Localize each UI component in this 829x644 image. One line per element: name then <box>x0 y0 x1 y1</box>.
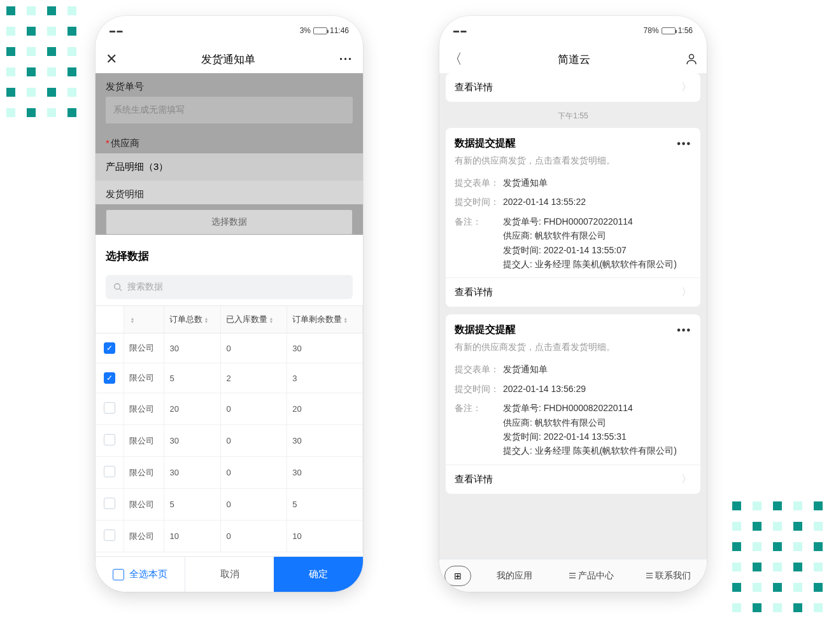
select-all-checkbox[interactable] <box>113 569 124 580</box>
table-row[interactable]: 限公司 30 0 30 <box>96 425 363 457</box>
shipment-id-input[interactable]: 系统生成无需填写 <box>106 97 353 123</box>
more-icon[interactable]: ··· <box>339 53 353 66</box>
cell-company: 限公司 <box>124 363 164 393</box>
cell-total: 30 <box>164 425 221 457</box>
keyboard-icon[interactable]: ⊞ <box>444 566 471 586</box>
peek-card[interactable]: 查看详情 〉 <box>446 73 700 102</box>
chevron-right-icon: 〉 <box>681 473 691 486</box>
row-checkbox[interactable]: ✓ <box>104 342 115 354</box>
col-remaining[interactable]: 订单剩余数量▲▼ <box>287 306 363 333</box>
menu-icon <box>646 573 653 578</box>
cell-company: 限公司 <box>124 393 164 425</box>
modal-title: 选择数据 <box>96 240 363 272</box>
signal-icon: ▬ ▬ <box>453 27 467 34</box>
battery-status: 78% 1:56 <box>644 26 693 35</box>
note-value: 发货单号: FHDH0000720220114 供应商: 帆软软件有限公司 发货… <box>503 214 691 272</box>
form-label: 提交表单： <box>455 176 503 190</box>
cell-remain: 30 <box>287 333 363 363</box>
table-row[interactable]: 限公司 20 0 20 <box>96 393 363 425</box>
cancel-button[interactable]: 取消 <box>185 557 274 592</box>
cell-remain: 20 <box>287 393 363 425</box>
time-label: 提交时间： <box>455 195 503 209</box>
select-data-button[interactable]: 选择数据 <box>106 209 353 235</box>
row-checkbox[interactable] <box>104 498 115 509</box>
decoration-dots-tl <box>6 6 76 117</box>
svg-point-2 <box>690 55 694 59</box>
search-icon <box>113 283 122 291</box>
tab-products[interactable]: 产品中心 <box>553 570 630 582</box>
confirm-button[interactable]: 确定 <box>274 557 363 592</box>
cell-instock: 2 <box>221 363 287 393</box>
form-label: 提交表单： <box>455 362 503 376</box>
ship-detail-label: 发货明细 <box>96 181 363 204</box>
card-more-icon[interactable]: ••• <box>677 138 691 150</box>
notification-card[interactable]: 数据提交提醒 ••• 有新的供应商发货，点击查看发货明细。 提交表单：发货通知单… <box>446 314 700 493</box>
cell-instock: 0 <box>221 425 287 457</box>
svg-line-1 <box>120 289 122 291</box>
form-value: 发货通知单 <box>503 362 691 376</box>
cell-total: 5 <box>164 489 221 521</box>
battery-status: 3% 11:46 <box>300 26 349 35</box>
time-value: 2022-01-14 13:56:29 <box>503 382 691 396</box>
row-checkbox[interactable] <box>104 402 115 414</box>
col-in-stock[interactable]: 已入库数量▲▼ <box>221 306 287 333</box>
row-checkbox[interactable]: ✓ <box>104 372 115 384</box>
note-label: 备注： <box>455 401 503 458</box>
signal-icon: ▬ ▬ <box>110 27 123 34</box>
chat-header: 〈 简道云 <box>439 45 707 73</box>
note-label: 备注： <box>455 214 503 272</box>
table-row[interactable]: ✓ 限公司 5 2 3 <box>96 363 363 393</box>
row-checkbox[interactable] <box>104 434 115 445</box>
cell-remain: 30 <box>287 425 363 457</box>
cell-total: 10 <box>164 521 221 552</box>
tab-contact[interactable]: 联系我们 <box>630 570 707 582</box>
dimmed-form-area: 发货单号 系统生成无需填写 供应商 产品明细（3） 发货明细 选择数据 <box>96 73 363 235</box>
data-table[interactable]: ▲▼ 订单总数▲▼ 已入库数量▲▼ 订单剩余数量▲▼ ✓ 限公司 30 0 30… <box>96 305 363 552</box>
notification-card[interactable]: 数据提交提醒 ••• 有新的供应商发货，点击查看发货明细。 提交表单：发货通知单… <box>446 128 700 307</box>
cell-total: 30 <box>164 333 221 363</box>
view-detail-button[interactable]: 查看详情〉 <box>446 465 700 494</box>
select-all-button[interactable]: 全选本页 <box>96 557 185 592</box>
cell-instock: 0 <box>221 333 287 363</box>
cell-company: 限公司 <box>124 489 164 521</box>
cell-company: 限公司 <box>124 333 164 363</box>
checkbox-header <box>96 306 124 333</box>
phone-right: ▬ ▬ 78% 1:56 〈 简道云 查看详情 〉 下午1:55 数据提交提醒 … <box>439 16 707 592</box>
phone-left: ▬ ▬ 3% 11:46 ✕ 发货通知单 ··· 发货单号 系统生成无需填写 供… <box>96 16 363 592</box>
card-subtitle: 有新的供应商发货，点击查看发货明细。 <box>455 342 691 353</box>
decoration-dots-br <box>732 501 823 612</box>
time-label: 提交时间： <box>455 382 503 396</box>
cell-instock: 0 <box>221 457 287 489</box>
cell-company: 限公司 <box>124 457 164 489</box>
chat-body[interactable]: 查看详情 〉 下午1:55 数据提交提醒 ••• 有新的供应商发货，点击查看发货… <box>439 73 707 559</box>
back-icon[interactable]: 〈 <box>448 50 462 69</box>
search-input[interactable]: 搜索数据 <box>106 275 353 299</box>
cell-total: 30 <box>164 457 221 489</box>
cell-remain: 30 <box>287 457 363 489</box>
form-value: 发货通知单 <box>503 176 691 190</box>
col-order-total[interactable]: 订单总数▲▼ <box>164 306 221 333</box>
card-more-icon[interactable]: ••• <box>677 325 691 336</box>
table-row[interactable]: 限公司 30 0 30 <box>96 457 363 489</box>
profile-icon[interactable] <box>685 53 698 66</box>
close-icon[interactable]: ✕ <box>106 51 117 67</box>
cell-total: 20 <box>164 393 221 425</box>
cell-company: 限公司 <box>124 425 164 457</box>
table-row[interactable]: 限公司 5 0 5 <box>96 489 363 521</box>
view-detail-button[interactable]: 查看详情〉 <box>446 277 700 307</box>
time-value: 2022-01-14 13:55:22 <box>503 195 691 209</box>
table-row[interactable]: 限公司 10 0 10 <box>96 521 363 552</box>
cell-instock: 0 <box>221 489 287 521</box>
cell-total: 5 <box>164 363 221 393</box>
cell-remain: 5 <box>287 489 363 521</box>
col-company[interactable]: ▲▼ <box>124 306 164 333</box>
page-header: ✕ 发货通知单 ··· <box>96 45 363 73</box>
row-checkbox[interactable] <box>104 529 115 541</box>
shipment-id-label: 发货单号 <box>96 73 363 97</box>
product-detail-label: 产品明细（3） <box>96 153 363 181</box>
cell-instock: 0 <box>221 521 287 552</box>
row-checkbox[interactable] <box>104 466 115 477</box>
table-row[interactable]: ✓ 限公司 30 0 30 <box>96 333 363 363</box>
tab-my-apps[interactable]: 我的应用 <box>476 570 553 582</box>
supplier-label: 供应商 <box>96 130 363 153</box>
